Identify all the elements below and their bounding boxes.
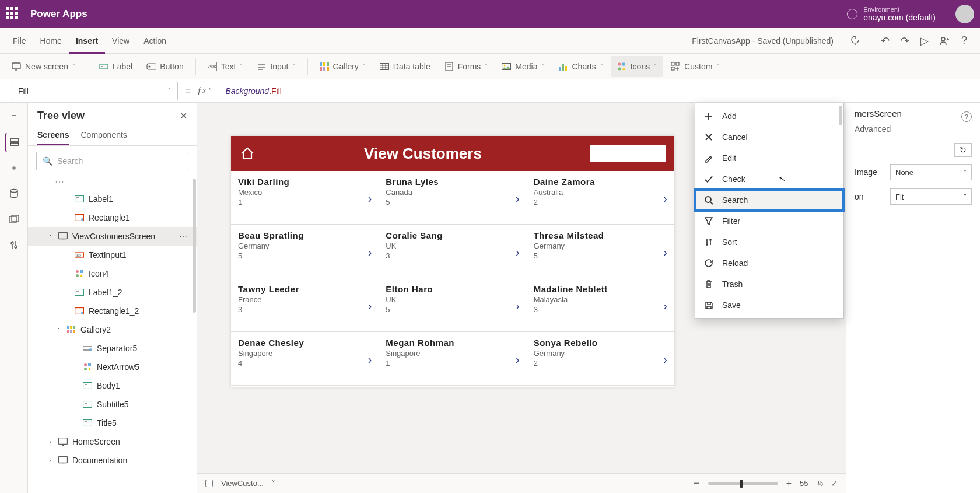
tab-components[interactable]: Components xyxy=(80,125,127,145)
formula-input[interactable]: Background.Fill xyxy=(225,86,282,96)
customer-cell[interactable]: Bruna Lyles Canada 5 › xyxy=(379,171,526,225)
panel-help-icon[interactable]: ? xyxy=(961,111,972,122)
undo-icon[interactable]: ↶ xyxy=(875,31,895,51)
icon-menu-item-save[interactable]: Save xyxy=(695,295,844,316)
prop-position-select[interactable]: Fit˅ xyxy=(890,188,972,205)
label-button[interactable]: Label xyxy=(93,56,138,77)
media-button[interactable]: Media˅ xyxy=(496,56,550,77)
app-canvas[interactable]: View Customers Viki Darling Mexico 1 ›Br… xyxy=(231,136,674,387)
zoom-out-icon[interactable]: − xyxy=(694,477,700,489)
breadcrumb-label[interactable]: ViewCusto... xyxy=(221,479,264,488)
tree-node[interactable]: ˅ViewCustomersScreen⋯ xyxy=(28,227,197,246)
icon-menu-item-search[interactable]: Search xyxy=(695,190,844,211)
tree-node[interactable]: NextArrow5 xyxy=(28,358,197,376)
customer-cell[interactable]: Tawny Leeder France 3 › xyxy=(231,278,379,332)
input-button[interactable]: Input˅ xyxy=(251,56,301,77)
tab-screens[interactable]: Screens xyxy=(37,125,69,145)
tree-search[interactable]: 🔍 Search xyxy=(36,152,188,170)
dropdown-scrollbar[interactable] xyxy=(839,106,842,125)
app-search-input[interactable] xyxy=(590,145,666,162)
chevron-right-icon[interactable]: › xyxy=(516,246,520,259)
share-icon[interactable] xyxy=(935,31,954,51)
icon-menu-item-pencil[interactable]: Edit xyxy=(695,148,844,169)
tab-advanced[interactable]: Advanced xyxy=(855,124,972,134)
menu-home[interactable]: Home xyxy=(33,28,69,54)
advanced-rail-icon[interactable] xyxy=(5,236,23,254)
tree-node[interactable]: Rectangle1 xyxy=(28,208,197,227)
datatable-button[interactable]: Data table xyxy=(374,56,436,77)
icon-menu-item-trash[interactable]: Trash xyxy=(695,274,844,295)
text-button[interactable]: AbcText˅ xyxy=(202,56,249,77)
custom-button[interactable]: Custom˅ xyxy=(665,56,725,77)
environment-picker[interactable]: Environment enayu.com (default) xyxy=(863,6,936,22)
media-rail-icon[interactable] xyxy=(5,210,23,229)
tree-node[interactable]: abTextInput1 xyxy=(28,246,197,264)
icon-menu-item-reload[interactable]: Reload xyxy=(695,253,844,274)
button-button[interactable]: Button xyxy=(141,56,189,77)
tree-node[interactable]: ›HomeScreen xyxy=(28,432,197,451)
help-icon[interactable]: ? xyxy=(954,31,974,51)
customer-cell[interactable]: Denae Chesley Singapore 4 › xyxy=(231,332,379,386)
tree-node[interactable]: Label1 xyxy=(28,190,197,208)
customer-cell[interactable]: Daine Zamora Australia 2 › xyxy=(527,171,674,225)
customer-cell[interactable]: Viki Darling Mexico 1 › xyxy=(231,171,379,225)
tree-node[interactable]: ›Documentation xyxy=(28,451,197,470)
tree-node[interactable]: Label1_2 xyxy=(28,283,197,302)
customer-cell[interactable]: Beau Spratling Germany 5 › xyxy=(231,225,379,278)
app-launcher-icon[interactable] xyxy=(6,7,20,21)
redo-icon[interactable]: ↷ xyxy=(895,31,915,51)
menu-insert[interactable]: Insert xyxy=(69,28,105,54)
hamburger-icon[interactable]: ≡ xyxy=(5,107,23,126)
chevron-right-icon[interactable]: › xyxy=(368,353,372,366)
breadcrumb-checkbox[interactable] xyxy=(205,480,213,487)
chevron-right-icon[interactable]: › xyxy=(663,353,667,366)
insert-rail-icon[interactable]: ＋ xyxy=(5,159,23,177)
prop-image-select[interactable]: None˅ xyxy=(890,164,972,180)
forms-button[interactable]: Forms˅ xyxy=(439,56,494,77)
chevron-right-icon[interactable]: › xyxy=(516,353,520,366)
tree-node[interactable]: ˅Gallery2 xyxy=(28,320,197,339)
home-icon[interactable] xyxy=(239,145,256,162)
app-checker-icon[interactable] xyxy=(845,31,865,51)
menu-action[interactable]: Action xyxy=(136,28,173,54)
data-rail-icon[interactable] xyxy=(5,184,23,203)
tree-node[interactable]: Title5 xyxy=(28,414,197,432)
chevron-right-icon[interactable]: › xyxy=(516,192,520,205)
fx-icon[interactable]: fx ˅ xyxy=(198,86,211,96)
chevron-right-icon[interactable]: › xyxy=(663,192,667,205)
tree-view-icon[interactable] xyxy=(5,133,23,152)
icons-button[interactable]: Icons˅ xyxy=(611,56,663,77)
customer-cell[interactable]: Thresa Milstead Germany 5 › xyxy=(527,225,674,278)
menu-file[interactable]: File xyxy=(6,28,33,54)
chevron-right-icon[interactable]: › xyxy=(663,299,667,313)
chevron-right-icon[interactable]: › xyxy=(663,246,667,259)
zoom-slider[interactable] xyxy=(708,482,778,485)
new-screen-button[interactable]: New screen˅ xyxy=(6,56,81,77)
icon-menu-item-sort[interactable]: Sort xyxy=(695,232,844,253)
chevron-right-icon[interactable]: › xyxy=(368,299,372,313)
tree-scrollbar[interactable] xyxy=(192,179,196,313)
fit-icon[interactable]: ⤢ xyxy=(831,479,838,488)
gallery-button[interactable]: Gallery˅ xyxy=(314,56,372,77)
play-icon[interactable]: ▷ xyxy=(915,31,935,51)
customer-cell[interactable]: Madaline Neblett Malayasia 3 › xyxy=(527,278,674,332)
chevron-right-icon[interactable]: › xyxy=(368,192,372,205)
icon-menu-item-check[interactable]: Check xyxy=(695,169,844,190)
customer-cell[interactable]: Elton Haro UK 5 › xyxy=(379,278,526,332)
reset-property-icon[interactable]: ↻ xyxy=(954,143,972,157)
close-icon[interactable]: ✕ xyxy=(180,110,187,121)
tree-node[interactable]: Icon4 xyxy=(28,264,197,283)
customer-cell[interactable]: Megan Rohman Singapore 1 › xyxy=(379,332,526,386)
charts-button[interactable]: Charts˅ xyxy=(553,56,609,77)
menu-view[interactable]: View xyxy=(105,28,136,54)
icon-menu-item-filter[interactable]: Filter xyxy=(695,211,844,232)
customer-cell[interactable]: Coralie Sang UK 3 › xyxy=(379,225,526,278)
user-avatar[interactable] xyxy=(956,5,974,23)
chevron-right-icon[interactable]: › xyxy=(516,299,520,313)
icon-menu-item-x[interactable]: Cancel xyxy=(695,127,844,148)
tree-node[interactable]: Rectangle1_2 xyxy=(28,302,197,320)
tree-node[interactable]: Subtitle5 xyxy=(28,395,197,414)
tree-node[interactable]: Separator5 xyxy=(28,339,197,358)
zoom-in-icon[interactable]: + xyxy=(786,478,792,489)
customer-cell[interactable]: Sonya Rebello Germany 2 › xyxy=(527,332,674,386)
